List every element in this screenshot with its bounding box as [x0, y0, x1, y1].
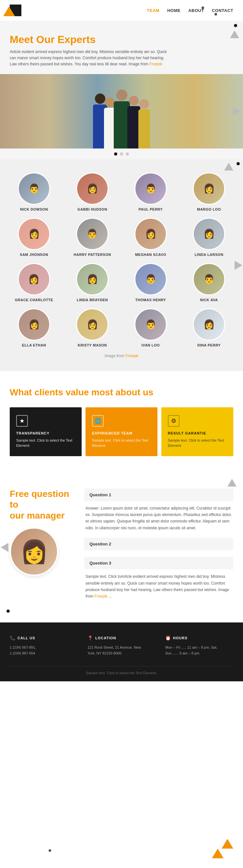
- team-name-14: IVAN LOO: [134, 343, 167, 347]
- faq-question-2[interactable]: Question 3: [84, 557, 233, 569]
- team-member-9[interactable]: 👩 LINDA BRAYDEN: [76, 263, 109, 302]
- footer: 📞 CALL US 1 (234) 567-891,1 (234) 987-65…: [0, 622, 243, 681]
- team-avatar-5: 👨: [76, 218, 109, 250]
- card-result: ⚙ RESULT GARANTIE Sample text. Click to …: [161, 407, 233, 456]
- team-name-13: KRISTY MASON: [76, 343, 109, 347]
- card-transparency: ★ TRANSPARENCY Sample text. Click to sel…: [10, 407, 82, 456]
- clients-section: What clients value most about us ★ TRANS…: [0, 371, 243, 472]
- indicator-2[interactable]: [120, 152, 123, 156]
- footer-col-0: 📞 CALL US 1 (234) 567-891,1 (234) 987-65…: [10, 636, 78, 656]
- footer-col-title-0: 📞 CALL US: [10, 636, 78, 641]
- deco-arrow-team[interactable]: [235, 261, 242, 270]
- team-source: Image from Freepik: [6, 353, 237, 358]
- faq-questions: Question 1 Answer: Lorem ipsum dolor sit…: [84, 489, 233, 606]
- hero-section: Meet Our Experts Article evident arrived…: [0, 21, 243, 159]
- footer-bottom[interactable]: Sample text. Click to select the Text El…: [10, 666, 233, 675]
- team-member-5[interactable]: 👨 HARRY PATTERSON: [74, 218, 111, 256]
- card-experienced-body[interactable]: Sample text. Click to select the Text El…: [92, 438, 151, 448]
- footer-col-text-1: 121 Rock Street, 21 Avenue. NewYork, NY …: [87, 645, 156, 656]
- value-cards: ★ TRANSPARENCY Sample text. Click to sel…: [10, 407, 233, 456]
- team-avatar-2: 👨: [134, 173, 167, 205]
- team-member-8[interactable]: 👩 GRACE CHARLOTTE: [15, 263, 53, 302]
- hero-freepik-link[interactable]: Freepik: [150, 62, 162, 66]
- footer-col-1: 📍 LOCATION 121 Rock Street, 21 Avenue. N…: [87, 636, 156, 656]
- nav-team[interactable]: TEAM: [147, 8, 159, 13]
- faq-item-0: Question 1 Answer: Lorem ipsum dolor sit…: [84, 489, 233, 531]
- team-name-7: LINDA LARSON: [193, 253, 225, 256]
- deco-tri-faq: [227, 479, 237, 487]
- deco-dot-1: [234, 24, 237, 27]
- nav-home[interactable]: HOME: [167, 8, 181, 13]
- team-member-2[interactable]: 👨 PAUL PERRY: [134, 173, 167, 211]
- team-member-7[interactable]: 👩 LINDA LARSON: [193, 218, 225, 256]
- hero-text-block: Meet Our Experts Article evident arrived…: [0, 21, 243, 74]
- deco-dot-faq: [6, 610, 10, 613]
- faq-section: Free question to our manager 👩 Question …: [0, 472, 243, 622]
- team-avatar-1: 👩: [76, 173, 109, 205]
- team-member-10[interactable]: 👨 THOMAS HENRY: [134, 263, 167, 302]
- team-name-12: ELLA ETHAN: [18, 343, 50, 347]
- footer-col-text-2: Mon – Fri ..... 11 am – 8 pm, Sat,Sun ..…: [165, 645, 233, 656]
- card-experienced-title: EXPIRIENCED TEAM: [92, 431, 151, 435]
- faq-question-0[interactable]: Question 1: [84, 489, 233, 501]
- faq-freepik-link[interactable]: Freepik: [94, 594, 107, 598]
- team-avatar-15: 👩: [193, 308, 225, 341]
- team-name-11: NICK AVA: [193, 298, 225, 302]
- footer-col-text-0: 1 (234) 567-891,1 (234) 987-654: [10, 645, 78, 656]
- team-member-1[interactable]: 👩 GABBI HUDSON: [76, 173, 109, 211]
- card-transparency-title: TRANSPARENCY: [16, 431, 75, 435]
- deco-dot-footer-2: [201, 6, 204, 9]
- team-avatar-13: 👩: [76, 308, 109, 341]
- team-name-4: SAM JHONSON: [18, 253, 50, 256]
- team-section: 👨 NICK DOWSON 👩 GABBI HUDSON 👨 PAUL PERR…: [0, 159, 243, 371]
- team-avatar-6: 👩: [134, 218, 167, 250]
- deco-arrow-faq-left: [1, 543, 8, 552]
- faq-item-2: Question 3 Sample text. Click toArticle …: [84, 557, 233, 600]
- footer-icon-0: 📞: [10, 636, 16, 641]
- team-grid: 👨 NICK DOWSON 👩 GABBI HUDSON 👨 PAUL PERR…: [6, 173, 237, 347]
- deco-dot-footer-1: [215, 13, 217, 16]
- team-name-5: HARRY PATTERSON: [74, 253, 111, 256]
- team-freepik-link[interactable]: Freepik: [126, 353, 138, 358]
- deco-tri-orange-3: [3, 6, 15, 16]
- navbar: TEAM HOME ABOUT CONTACT: [0, 0, 243, 21]
- team-avatar-11: 👨: [193, 263, 225, 296]
- team-avatar-3: 👩: [193, 173, 225, 205]
- hero-body: Article evident arrived express highest …: [10, 49, 172, 68]
- indicator-3[interactable]: [126, 152, 129, 156]
- team-member-3[interactable]: 👩 MARGO LOO: [193, 173, 225, 211]
- team-member-12[interactable]: 👩 ELLA ETHAN: [18, 308, 50, 347]
- faq-answer-2: Sample text. Click toArticle evident arr…: [84, 573, 233, 600]
- indicator-active[interactable]: [114, 152, 117, 156]
- team-member-14[interactable]: 👨 IVAN LOO: [134, 308, 167, 347]
- team-member-0[interactable]: 👨 NICK DOWSON: [18, 173, 50, 211]
- clients-heading: What clients value most about us: [10, 387, 233, 398]
- footer-col-2: ⏰ HOURS Mon – Fri ..... 11 am – 8 pm, Sa…: [165, 636, 233, 656]
- team-name-6: MEGHAN SCAVO: [134, 253, 167, 256]
- team-name-0: NICK DOWSON: [18, 207, 50, 211]
- card-result-body[interactable]: Sample text. Click to select the Text El…: [168, 438, 227, 448]
- team-avatar-7: 👩: [193, 218, 225, 250]
- team-name-3: MARGO LOO: [193, 207, 225, 211]
- team-member-11[interactable]: 👨 NICK AVA: [193, 263, 225, 302]
- team-name-8: GRACE CHARLOTTE: [15, 298, 53, 302]
- faq-answer-0: Answer: Lorem ipsum dolor sit amet, cons…: [84, 505, 233, 531]
- card-transparency-body[interactable]: Sample text. Click to select the Text El…: [16, 438, 75, 448]
- nav-links: TEAM HOME ABOUT CONTACT: [147, 8, 233, 13]
- team-member-13[interactable]: 👩 KRISTY MASON: [76, 308, 109, 347]
- deco-tri-team: [224, 163, 233, 170]
- nav-contact[interactable]: CONTACT: [212, 8, 233, 13]
- deco-arrow-right[interactable]: [233, 107, 240, 116]
- hero-heading: Meet Our Experts: [10, 34, 233, 45]
- team-avatar-12: 👩: [18, 308, 50, 341]
- team-member-6[interactable]: 👩 MEGHAN SCAVO: [134, 218, 167, 256]
- footer-icon-1: 📍: [87, 636, 93, 641]
- hero-image: [0, 74, 243, 149]
- team-member-4[interactable]: 👩 SAM JHONSON: [18, 218, 50, 256]
- hero-indicators: [0, 149, 243, 159]
- footer-icon-2: ⏰: [165, 636, 171, 641]
- footer-columns: 📞 CALL US 1 (234) 567-891,1 (234) 987-65…: [10, 636, 233, 656]
- team-avatar-9: 👩: [76, 263, 109, 296]
- faq-question-1[interactable]: Question 2: [84, 538, 233, 550]
- team-member-15[interactable]: 👩 DINA PERRY: [193, 308, 225, 347]
